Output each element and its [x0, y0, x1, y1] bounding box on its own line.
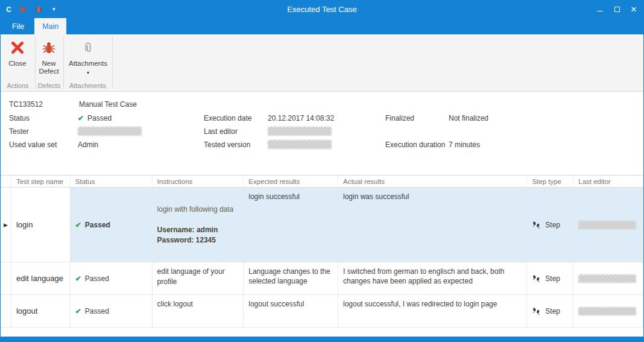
attachments-button-label: Attachments [69, 60, 107, 68]
attachments-dropdown-chevron-icon: ▾ [87, 69, 89, 77]
cell-last-editor[interactable] [573, 295, 643, 328]
cell-instructions[interactable]: login with following data Username: admi… [153, 188, 244, 262]
qat-bug-icon[interactable] [34, 5, 43, 13]
cell-instructions[interactable]: click logout [153, 295, 244, 328]
close-ribbon-button[interactable]: Close [3, 37, 32, 68]
qat-dropdown-chevron-icon[interactable]: ▾ [52, 6, 55, 12]
instruction-line: edit language of your profile [157, 267, 239, 287]
column-header-actual-results[interactable]: Actual results [338, 176, 527, 187]
row-selector-gutter: ▶ [1, 188, 11, 262]
current-row-arrow-icon: ▶ [4, 220, 8, 230]
test-case-id: TC133512 [9, 100, 43, 109]
column-header-instructions[interactable]: Instructions [153, 176, 244, 187]
cell-last-editor[interactable] [573, 188, 643, 262]
column-header-test-step-name[interactable]: Test step name [11, 176, 71, 187]
minimize-icon [597, 11, 603, 11]
cell-test-step-name[interactable]: logout [11, 295, 71, 328]
attachments-button[interactable]: Attachments ▾ [65, 37, 112, 77]
passed-check-icon: ✔ [78, 114, 84, 122]
app-logo-icon: c [6, 4, 11, 14]
status-label: Status [9, 114, 30, 122]
cell-expected-results[interactable]: logout successful [244, 295, 338, 328]
cell-step-type[interactable]: Step [527, 188, 573, 262]
cell-actual-results[interactable]: I switched from german to englisch and b… [338, 262, 527, 295]
close-x-icon [10, 37, 25, 58]
instruction-line: click logout [157, 299, 193, 309]
instruction-line: Username: admin [157, 225, 218, 235]
maximize-button[interactable] [608, 0, 625, 18]
cell-step-type[interactable]: Step [527, 295, 573, 328]
passed-check-icon: ✔ [75, 306, 81, 316]
cell-actual-results[interactable]: logout successful, I was redirected to l… [338, 295, 527, 328]
minimize-button[interactable] [592, 0, 608, 18]
tab-main[interactable]: Main [34, 18, 66, 34]
table-body: ▶login✔Passedlogin with following data U… [1, 188, 643, 328]
step-type-label: Step [545, 274, 560, 283]
cell-expected-results[interactable]: login successful [244, 188, 338, 262]
tester-label: Tester [9, 127, 29, 136]
tab-file[interactable]: File [4, 18, 32, 34]
cell-expected-results[interactable]: Language changes to the selected languag… [244, 262, 338, 295]
paperclip-icon [81, 37, 95, 58]
cell-instructions[interactable]: edit language of your profile [153, 262, 244, 295]
tested-version-label: Tested version [204, 141, 250, 149]
window-controls: × [592, 0, 642, 18]
ribbon-group-separator [35, 36, 36, 89]
footprints-icon [532, 220, 541, 229]
last-editor-redacted [578, 221, 636, 229]
tester-value-redacted [78, 127, 142, 136]
column-header-last-editor[interactable]: Last editor [573, 176, 643, 187]
test-case-type: Manual Test Case [79, 100, 137, 109]
window-bottom-edge [1, 337, 643, 342]
executed-test-case-window: c ▾ Executed Test Case × File Main Close [0, 0, 644, 342]
cell-step-type[interactable]: Step [527, 262, 573, 295]
table-row-logout[interactable]: logout✔Passedclick logoutlogout successf… [1, 295, 643, 328]
ribbon-group-separator [63, 36, 64, 89]
qat-close-x-icon[interactable] [19, 5, 27, 13]
quick-access-toolbar: c ▾ [6, 4, 55, 14]
cell-test-step-name[interactable]: login [11, 188, 71, 262]
execution-duration-label: Execution duration [385, 141, 445, 149]
table-row-edit-language[interactable]: edit language✔Passededit language of you… [1, 262, 643, 295]
close-window-button[interactable]: × [625, 0, 642, 18]
status-text: Passed [85, 220, 110, 230]
new-defect-button[interactable]: New Defect [36, 37, 62, 75]
bug-icon [41, 37, 57, 58]
footprints-icon [532, 274, 541, 283]
instruction-line: login with following data [157, 204, 234, 215]
table-row-login[interactable]: ▶login✔Passedlogin with following data U… [1, 188, 643, 262]
ribbon-group-defects-label: Defects [35, 82, 63, 89]
column-header-status[interactable]: Status [71, 176, 153, 187]
ribbon-group-actions-label: Actions [1, 82, 35, 89]
step-type-label: Step [545, 306, 560, 316]
ribbon: Close New Defect Attachments ▾ Actions D… [1, 34, 643, 92]
finalized-value: Not finalized [449, 114, 488, 122]
column-header-step-type[interactable]: Step type [527, 176, 573, 187]
cell-status[interactable]: ✔Passed [71, 295, 153, 328]
status-value: ✔Passed [78, 114, 112, 122]
passed-check-icon: ✔ [75, 274, 81, 283]
title-bar: c ▾ Executed Test Case × [1, 0, 643, 18]
new-defect-button-label: New Defect [36, 60, 62, 75]
cell-status[interactable]: ✔Passed [71, 262, 153, 295]
finalized-label: Finalized [385, 114, 414, 122]
step-type-label: Step [545, 220, 560, 230]
maximize-icon [614, 7, 620, 12]
close-button-label: Close [8, 60, 26, 68]
used-value-set-value: Admin [78, 141, 98, 149]
execution-duration-value: 7 minutes [449, 141, 480, 149]
passed-check-icon: ✔ [75, 220, 81, 230]
test-steps-table: Test step nameStatusInstructionsExpected… [1, 175, 643, 328]
cell-actual-results[interactable]: login was successful [338, 188, 527, 262]
cell-status[interactable]: ✔Passed [71, 188, 153, 262]
ribbon-group-attachments-label: Attachments [63, 82, 112, 89]
window-title: Executed Test Case [1, 5, 643, 14]
row-selector-gutter [1, 262, 11, 295]
column-header-expected-results[interactable]: Expected results [244, 176, 338, 187]
cell-last-editor[interactable] [573, 262, 643, 295]
execution-date-label: Execution date [204, 114, 251, 122]
instruction-line [157, 215, 159, 225]
cell-test-step-name[interactable]: edit language [11, 262, 71, 295]
footprints-icon [532, 306, 541, 315]
last-editor-label: Last editor [204, 127, 238, 136]
